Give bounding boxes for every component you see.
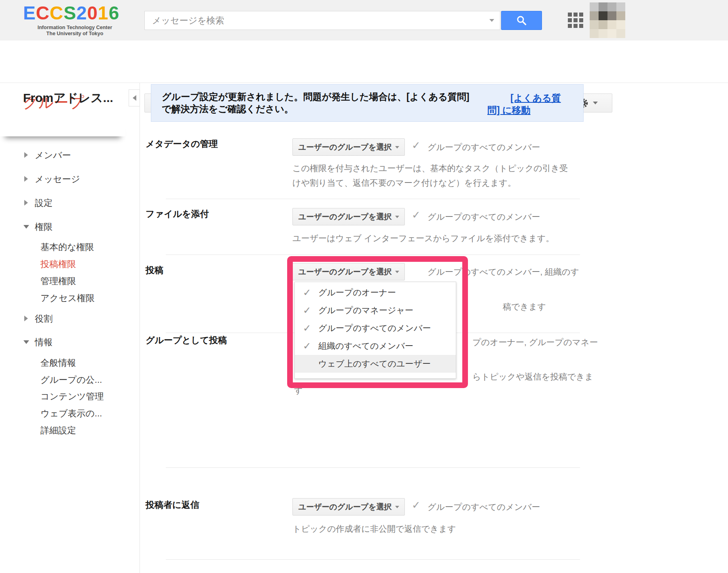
logo-subtitle-line2: The University of Tokyo <box>23 31 127 37</box>
sidebar-item-roles[interactable]: 役割 <box>35 313 53 325</box>
sidebar-item-group-visibility[interactable]: グループの公... <box>40 374 102 386</box>
avatar-pixelated-image <box>590 2 625 38</box>
menu-item-label: グループのすべてのメンバー <box>318 323 431 333</box>
post-as-group-value-fragment: プのオーナー, グループのマネー <box>472 337 598 348</box>
sidebar-divider <box>140 83 140 573</box>
select-button-label: ユーザーのグループを選択 <box>298 142 392 153</box>
avatar[interactable] <box>590 2 625 38</box>
expand-icon[interactable] <box>24 176 28 182</box>
sidebar-item-general-info[interactable]: 全般情報 <box>40 357 76 369</box>
menu-item-group-managers[interactable]: ✓ グループのマネージャー <box>295 301 456 319</box>
eccs2016-logo[interactable]: ECCS2016 <box>23 2 119 23</box>
sidebar-item-information[interactable]: 情報 <box>35 336 53 348</box>
menu-item-all-org-members[interactable]: ✓ 組織のすべてのメンバー <box>295 337 456 355</box>
post-permission-dropdown-menu: ✓ グループのオーナー ✓ グループのマネージャー ✓ グループのすべてのメンバ… <box>294 282 456 379</box>
select-button-label: ユーザーのグループを選択 <box>298 212 392 222</box>
banner-message: グループ設定が更新されました。問題が発生した場合は、[よくある質問] で解決方法… <box>162 91 469 115</box>
row-divider <box>166 199 580 199</box>
check-icon: ✓ <box>303 301 311 319</box>
search-icon <box>516 15 527 26</box>
row-label-post-as-group: グループとして投稿 <box>146 334 227 346</box>
post-as-group-description-wrap: す <box>294 385 303 396</box>
check-icon: ✓ <box>412 209 421 221</box>
group-name-title: Fromアドレス... <box>23 90 113 106</box>
row-label-post: 投稿 <box>146 264 163 276</box>
logo-subtitle: Information Technology Center The Univer… <box>23 25 127 37</box>
caret-down-icon <box>395 146 399 149</box>
row-label-attach: ファイルを添付 <box>146 208 209 220</box>
post-value: グループのすべてのメンバー, 組織のす <box>427 266 579 278</box>
caret-left-icon <box>133 95 136 101</box>
toolbar: グループ 保存 <box>0 40 728 83</box>
sidebar-item-content-control[interactable]: コンテンツ管理 <box>40 390 104 403</box>
collapse-icon[interactable] <box>23 225 29 229</box>
logo-letter: 1 <box>98 2 109 23</box>
row-divider <box>166 467 580 468</box>
apps-grid-icon[interactable] <box>568 13 583 28</box>
attach-value: グループのすべてのメンバー <box>427 211 540 223</box>
metadata-description-line1: この権限を付与されたユーザーは、基本的なタスク（トピックの引き受 <box>292 161 568 176</box>
menu-item-label: ウェブ上のすべてのユーザー <box>318 359 431 368</box>
sidebar-item-posting-permissions[interactable]: 投稿権限 <box>40 258 76 270</box>
caret-down-icon <box>395 216 399 218</box>
logo-letter: 6 <box>109 2 120 23</box>
logo-letter: 2 <box>76 2 87 23</box>
sidebar-item-advanced[interactable]: 詳細設定 <box>40 424 76 437</box>
caret-down-icon <box>395 271 399 273</box>
check-icon: ✓ <box>412 139 421 152</box>
post-group-select-button[interactable]: ユーザーのグループを選択 <box>292 263 405 280</box>
check-icon: ✓ <box>303 284 311 301</box>
faq-link[interactable]: 問] に移動 <box>487 104 531 117</box>
reply-description: トピックの作成者に非公開で返信できます <box>292 522 456 536</box>
menu-item-all-group-members[interactable]: ✓ グループのすべてのメンバー <box>295 319 456 337</box>
sidebar-item-web-view[interactable]: ウェブ表示の... <box>40 407 102 420</box>
menu-item-label: グループのオーナー <box>318 288 396 297</box>
sidebar-item-permissions[interactable]: 権限 <box>35 221 53 233</box>
post-as-group-description-fragment: らトピックや返信を投稿できま <box>472 371 593 382</box>
row-divider <box>166 255 580 255</box>
sidebar-item-members[interactable]: メンバー <box>35 149 71 161</box>
menu-item-group-owners[interactable]: ✓ グループのオーナー <box>295 284 456 301</box>
logo-letter: 0 <box>87 2 98 23</box>
sidebar-title-shadow <box>0 118 125 136</box>
expand-icon[interactable] <box>24 316 28 321</box>
search-scope-caret-icon[interactable] <box>489 19 494 22</box>
caret-down-icon <box>593 102 598 104</box>
sidebar-collapse-button[interactable] <box>129 89 140 106</box>
groups-settings-page: ECCS2016 Information Technology Center T… <box>0 0 728 573</box>
sidebar-item-moderation-permissions[interactable]: 管理権限 <box>40 275 76 287</box>
search-button[interactable] <box>501 11 542 30</box>
sidebar-item-messages[interactable]: メッセージ <box>35 173 80 185</box>
expand-icon[interactable] <box>24 200 28 206</box>
attach-description: ユーザーはウェブ インターフェースからファイルを添付できます。 <box>292 231 554 246</box>
banner-message-line1: グループ設定が更新されました。問題が発生した場合は、[よくある質問] <box>162 91 469 103</box>
sidebar-item-basic-permissions[interactable]: 基本的な権限 <box>40 241 94 253</box>
logo-letter: C <box>36 2 50 23</box>
metadata-value: グループのすべてのメンバー <box>427 142 540 153</box>
caret-down-icon <box>395 506 399 508</box>
expand-icon[interactable] <box>24 152 28 158</box>
row-label-reply: 投稿者に返信 <box>146 499 199 511</box>
row-label-metadata: メタデータの管理 <box>146 138 218 150</box>
search-input[interactable] <box>144 11 500 30</box>
reply-group-select-button[interactable]: ユーザーのグループを選択 <box>292 498 405 516</box>
metadata-description: この権限を付与されたユーザーは、基本的なタスク（トピックの引き受 けや割り当て、… <box>292 161 568 190</box>
metadata-group-select-button[interactable]: ユーザーのグループを選択 <box>292 138 405 156</box>
sidebar-item-access-permissions[interactable]: アクセス権限 <box>40 292 95 304</box>
select-button-label: ユーザーのグループを選択 <box>298 502 392 512</box>
select-button-label: ユーザーのグループを選択 <box>298 267 392 277</box>
banner-message-line2: で解決方法をご確認ください。 <box>162 103 469 115</box>
collapse-icon[interactable] <box>23 340 29 344</box>
metadata-description-line2: けや割り当て、返信不要のマーク付けなど）を行えます。 <box>292 176 568 190</box>
faq-link[interactable]: [よくある質 <box>510 92 561 104</box>
menu-item-all-web-users[interactable]: ウェブ上のすべてのユーザー <box>295 355 456 373</box>
logo-subtitle-line1: Information Technology Center <box>23 25 127 31</box>
attach-group-select-button[interactable]: ユーザーのグループを選択 <box>292 208 405 225</box>
check-icon: ✓ <box>303 337 311 355</box>
sidebar-item-settings[interactable]: 設定 <box>35 197 53 209</box>
logo-letter: C <box>50 2 63 23</box>
top-bar: ECCS2016 Information Technology Center T… <box>0 0 728 40</box>
logo-letter: S <box>63 2 76 23</box>
menu-item-label: 組織のすべてのメンバー <box>318 341 413 350</box>
logo-letter: E <box>23 2 36 23</box>
